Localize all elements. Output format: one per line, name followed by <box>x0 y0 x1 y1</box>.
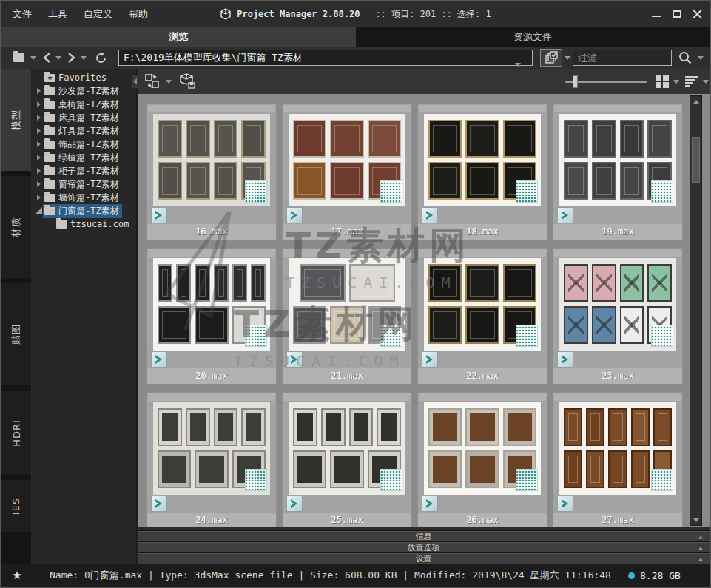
side-tab-模型[interactable]: 模型 <box>1 69 31 171</box>
scroll-up-arrow[interactable] <box>690 96 701 107</box>
thumbnail-card[interactable]: 19.max <box>553 104 682 240</box>
3dsmax-file-icon <box>151 207 167 223</box>
tree-item[interactable]: 绿植篇-TZ素材 <box>31 151 136 164</box>
side-tab-hdri[interactable]: HDRI <box>1 391 31 475</box>
expand-arrow-icon[interactable] <box>37 181 41 187</box>
refresh-button[interactable] <box>93 50 108 66</box>
collapse-tree-handle[interactable] <box>132 75 138 88</box>
thumbnail-card[interactable]: 17.max <box>283 104 411 240</box>
cube-save-icon <box>179 73 197 89</box>
forward-dropdown-caret[interactable] <box>80 50 87 66</box>
thumbnail-card[interactable]: 22.max <box>418 249 547 384</box>
side-tab-材质[interactable]: 材质 <box>1 176 31 278</box>
tree-item[interactable]: 窗帘篇-TZ素材 <box>31 178 136 191</box>
thumbnail-image <box>289 258 405 351</box>
tree-item[interactable]: tzsucai.com <box>31 217 136 231</box>
close-button[interactable] <box>693 9 703 19</box>
thumbnail-size-slider[interactable] <box>565 81 647 83</box>
back-dropdown-caret[interactable] <box>55 50 62 66</box>
door-tile <box>428 306 462 344</box>
thumbnail-card[interactable]: 26.max <box>418 393 547 527</box>
expand-arrow-icon[interactable] <box>37 128 41 134</box>
side-tab-ies[interactable]: IES <box>1 480 31 532</box>
expand-arrow-icon[interactable] <box>37 101 41 107</box>
save-model-button[interactable] <box>179 73 197 89</box>
expand-arrow-icon[interactable] <box>37 168 41 174</box>
thumbnail-card[interactable]: 25.max <box>283 393 411 527</box>
door-tile <box>428 264 462 302</box>
thumbnail-card[interactable]: 16.max <box>147 104 276 240</box>
view-mode-button[interactable] <box>656 73 669 89</box>
menu-help[interactable]: 帮助 <box>129 7 148 21</box>
menu-file[interactable]: 文件 <box>13 7 32 21</box>
panel-header-放置选项[interactable]: 放置选项 <box>138 542 710 552</box>
door-tile <box>564 120 588 158</box>
expand-arrow-icon[interactable] <box>37 115 41 121</box>
side-tab-贴图[interactable]: 贴图 <box>1 283 31 385</box>
back-button[interactable] <box>40 50 53 66</box>
tab-asset-files[interactable]: 资源文件 <box>356 27 710 47</box>
door-tile <box>647 264 672 302</box>
thumbnail-card[interactable]: 18.max <box>418 104 547 240</box>
door-tile <box>186 162 210 200</box>
door-tile <box>592 162 616 200</box>
door-tile <box>158 408 182 446</box>
qr-watermark <box>245 180 267 203</box>
expand-arrow-icon[interactable] <box>37 155 41 160</box>
favorite-star-icon[interactable]: ★ <box>1 569 33 582</box>
panel-expand-arrow-icon[interactable] <box>698 536 703 539</box>
collapse-arrow-icon[interactable] <box>35 207 42 214</box>
thumbnail-card[interactable]: 20.max <box>147 249 276 384</box>
minimize-button[interactable] <box>651 9 661 19</box>
search-dropdown-caret[interactable] <box>697 50 704 66</box>
scrollbar-thumb[interactable] <box>692 137 700 183</box>
panel-expand-arrow-icon[interactable] <box>698 547 703 550</box>
thumbnail-label: 25.max <box>283 513 411 527</box>
replace-dropdown-caret[interactable] <box>166 73 173 89</box>
replace-model-button[interactable] <box>144 73 161 89</box>
thumbnail-card[interactable]: 27.max <box>553 393 682 527</box>
open-folder-button[interactable] <box>10 50 27 66</box>
panel-header-信息[interactable]: 信息 <box>138 531 710 541</box>
tree-item[interactable]: 桌椅篇-TZ素材 <box>31 98 136 111</box>
thumbnail-card[interactable]: 21.max <box>283 249 411 384</box>
expand-arrow-icon[interactable] <box>37 88 41 94</box>
tree-item[interactable]: 床具篇-TZ素材 <box>31 111 136 124</box>
sort-button[interactable] <box>685 73 698 89</box>
address-input[interactable] <box>118 50 533 66</box>
menu-customize[interactable]: 自定义 <box>84 7 112 21</box>
horizontal-scroll-strip[interactable] <box>138 527 710 530</box>
thumbnail-card[interactable]: 24.max <box>147 393 276 527</box>
expand-arrow-icon[interactable] <box>37 141 41 147</box>
tree-item[interactable]: 墙饰篇-TZ素材 <box>31 191 136 204</box>
maximize-button[interactable] <box>672 9 682 19</box>
scroll-down-arrow[interactable] <box>690 515 701 525</box>
expand-arrow-icon[interactable] <box>37 195 41 200</box>
sort-caret[interactable] <box>703 73 710 89</box>
tree-item[interactable]: 饰品篇-TZ素材 <box>31 138 136 151</box>
folder-icon <box>44 167 55 175</box>
door-tile <box>241 120 266 158</box>
search-button[interactable] <box>676 50 694 66</box>
thumbnail-card[interactable]: 23.max <box>553 249 682 384</box>
thumbnail-label: 23.max <box>553 368 682 384</box>
filter-input[interactable] <box>573 50 672 66</box>
categories-dropdown-caret[interactable] <box>564 50 571 66</box>
show-categories-button[interactable] <box>540 49 562 67</box>
tree-item[interactable]: 沙发篇-TZ素材 <box>31 84 136 98</box>
door-tile <box>465 264 499 302</box>
folder-dropdown-caret[interactable] <box>30 50 37 66</box>
layers-check-icon <box>545 51 558 64</box>
panel-header-设置[interactable]: 设置 <box>138 553 710 564</box>
panel-expand-arrow-icon[interactable] <box>698 558 703 561</box>
tree-item[interactable]: 门窗篇-TZ素材 <box>31 204 136 217</box>
tab-browse[interactable]: 浏览 <box>1 27 356 47</box>
vertical-scrollbar[interactable] <box>690 95 702 526</box>
view-mode-caret[interactable] <box>673 73 681 89</box>
tree-item[interactable]: ★Favorites <box>31 71 136 84</box>
menu-tools[interactable]: 工具 <box>48 7 67 21</box>
slider-thumb[interactable] <box>573 75 578 88</box>
tree-item[interactable]: 灯具篇-TZ素材 <box>31 124 136 138</box>
forward-button[interactable] <box>65 50 78 66</box>
tree-item[interactable]: 柜子篇-TZ素材 <box>31 164 136 178</box>
